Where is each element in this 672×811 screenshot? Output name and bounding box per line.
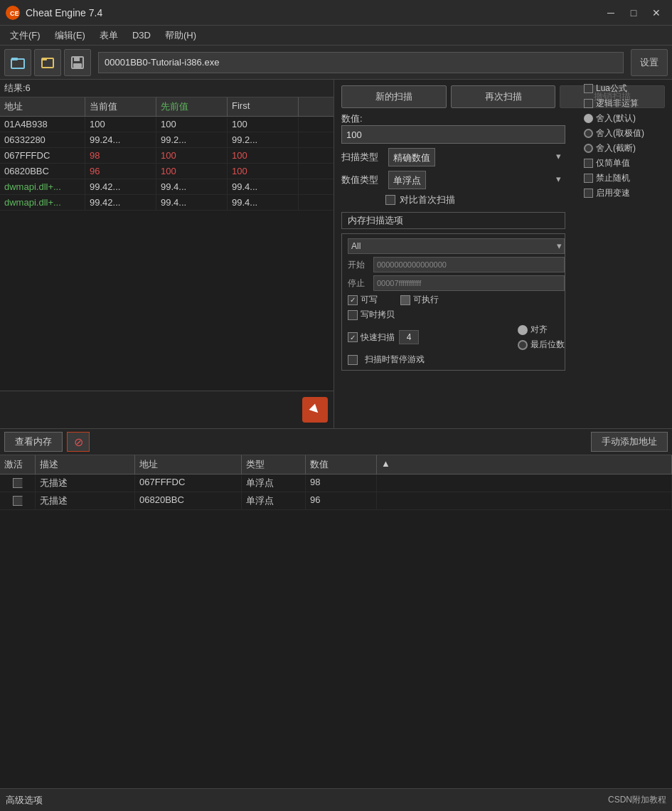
no-random-row: 禁止随机 bbox=[584, 172, 668, 184]
last-digit-row: 最后位数 bbox=[518, 339, 565, 351]
align-radio-row: 对齐 bbox=[518, 324, 565, 336]
active-checkbox-1[interactable] bbox=[13, 478, 23, 488]
app-title: Cheat Engine 7.4 bbox=[26, 7, 601, 18]
addr-table-row[interactable]: 无描述 067FFFDC 单浮点 98 bbox=[0, 475, 672, 492]
fast-scan-input[interactable] bbox=[399, 330, 419, 344]
csdn-link: CSDN附加教程 bbox=[608, 794, 666, 806]
main-area: 结果:6 地址 当前值 先前值 First 01A4B938 100 100 1… bbox=[0, 80, 672, 428]
last-digit-label: 最后位数 bbox=[530, 339, 565, 351]
col-active: 激活 bbox=[0, 455, 36, 474]
fast-scan-checkbox[interactable] bbox=[348, 332, 358, 342]
addr-table-row[interactable]: 无描述 06820BBC 单浮点 96 bbox=[0, 492, 672, 510]
last-digit-radio[interactable] bbox=[518, 340, 528, 350]
scan-type-label: 扫描类型 bbox=[341, 151, 384, 164]
add-address-button[interactable]: 手动添加地址 bbox=[591, 432, 668, 452]
value-input[interactable] bbox=[341, 125, 565, 144]
process-bar[interactable]: 00001BB0-Tutorial-i386.exe bbox=[98, 52, 624, 73]
memory-section: All ▾ 开始 停止 bbox=[341, 233, 565, 371]
compare-first-label: 对比首次扫描 bbox=[400, 194, 455, 206]
result-count: 结果:6 bbox=[0, 80, 334, 97]
copy-on-write-label: 写时拷贝 bbox=[361, 309, 395, 321]
svg-rect-3 bbox=[11, 58, 18, 60]
fast-scan-row: 快速扫描 对齐 最后位数 bbox=[348, 324, 565, 351]
save-button[interactable] bbox=[64, 49, 91, 76]
menu-table[interactable]: 表单 bbox=[92, 27, 125, 44]
addr-table: 激活 描述 地址 类型 数值 ▲ 无描述 067FFFDC 单浮点 98 无描述 bbox=[0, 455, 672, 788]
right-panel: 新的扫描 再次扫描 撤销扫描 数值: 扫描类型 精确数值 数值类型 bbox=[334, 80, 672, 428]
writable-row: 可写 bbox=[348, 294, 378, 306]
pause-row: 扫描时暂停游戏 bbox=[348, 354, 565, 366]
not-logic-checkbox[interactable] bbox=[584, 99, 593, 108]
memory-range-wrap: All ▾ bbox=[348, 238, 565, 254]
active-checkbox-2[interactable] bbox=[13, 496, 23, 506]
svg-rect-8 bbox=[73, 63, 82, 68]
value-type-dropdown[interactable]: 单浮点 bbox=[388, 171, 426, 189]
lua-label: Lua公式 bbox=[596, 83, 627, 95]
scan-table: 地址 当前值 先前值 First 01A4B938 100 100 100 bbox=[0, 97, 334, 391]
round-truncate-label: 舍入(截断) bbox=[596, 142, 636, 154]
new-scan-button[interactable]: 新的扫描 bbox=[341, 85, 447, 108]
settings-button[interactable]: 设置 bbox=[631, 49, 668, 76]
copy-on-write-checkbox[interactable] bbox=[348, 310, 358, 320]
scan-type-dropdown[interactable]: 精确数值 bbox=[388, 148, 435, 166]
align-options: 对齐 最后位数 bbox=[518, 324, 565, 351]
minimize-button[interactable]: ─ bbox=[601, 4, 621, 21]
mem-flags-row: 可写 可执行 bbox=[348, 294, 565, 306]
simple-only-row: 仅简单值 bbox=[584, 157, 668, 169]
table-row[interactable]: 067FFFDC 98 100 100 bbox=[0, 148, 334, 164]
open-file-button[interactable] bbox=[34, 49, 61, 76]
svg-text:CE: CE bbox=[10, 10, 18, 17]
round-extreme-radio[interactable] bbox=[584, 129, 593, 138]
menu-d3d[interactable]: D3D bbox=[125, 28, 158, 43]
stop-row: 停止 bbox=[348, 275, 565, 291]
pause-checkbox[interactable] bbox=[348, 355, 358, 365]
table-row[interactable]: 01A4B938 100 100 100 bbox=[0, 117, 334, 132]
svg-rect-5 bbox=[42, 58, 47, 60]
menu-edit[interactable]: 编辑(E) bbox=[48, 27, 92, 44]
stop-input[interactable] bbox=[373, 275, 565, 291]
open-process-button[interactable] bbox=[4, 49, 31, 76]
table-row[interactable]: 06820BBC 96 100 100 bbox=[0, 164, 334, 179]
col-value: 数值 bbox=[306, 455, 377, 474]
writable-checkbox[interactable] bbox=[348, 295, 358, 305]
simple-only-checkbox[interactable] bbox=[584, 159, 593, 168]
col-scroll: ▲ bbox=[377, 455, 672, 474]
start-input[interactable] bbox=[373, 257, 565, 272]
executable-checkbox[interactable] bbox=[400, 295, 410, 305]
value-label: 数值: bbox=[341, 112, 565, 125]
enable-var-checkbox[interactable] bbox=[584, 189, 593, 198]
round-default-label: 舍入(默认) bbox=[596, 112, 636, 124]
delete-button[interactable]: ⊘ bbox=[67, 432, 90, 452]
close-button[interactable]: ✕ bbox=[646, 4, 666, 21]
align-label: 对齐 bbox=[530, 324, 548, 336]
align-radio[interactable] bbox=[518, 325, 528, 335]
menu-help[interactable]: 帮助(H) bbox=[158, 27, 203, 44]
scan-table-header: 地址 当前值 先前值 First bbox=[0, 97, 334, 117]
menu-file[interactable]: 文件(F) bbox=[3, 27, 48, 44]
maximize-button[interactable]: □ bbox=[624, 4, 644, 21]
lua-checkbox[interactable] bbox=[584, 84, 593, 93]
window-controls: ─ □ ✕ bbox=[601, 4, 666, 21]
left-bottom bbox=[0, 391, 334, 428]
advanced-options[interactable]: 高级选项 bbox=[6, 794, 43, 807]
table-row[interactable]: dwmapi.dll+... 99.42... 99.4... 99.4... bbox=[0, 179, 334, 195]
memory-range-dropdown[interactable]: All bbox=[348, 238, 565, 254]
scan-table-body: 01A4B938 100 100 100 06332280 99.24... 9… bbox=[0, 117, 334, 211]
table-row[interactable]: dwmapi.dll+... 99.42... 99.4... 99.4... bbox=[0, 195, 334, 211]
view-memory-button[interactable]: 查看内存 bbox=[4, 432, 63, 452]
executable-row: 可执行 bbox=[400, 294, 439, 306]
no-random-checkbox[interactable] bbox=[584, 174, 593, 183]
writable-label: 可写 bbox=[361, 294, 378, 306]
round-truncate-radio[interactable] bbox=[584, 144, 593, 153]
col-address: 地址 bbox=[0, 97, 85, 116]
add-to-list-button[interactable] bbox=[302, 397, 328, 423]
round-default-radio[interactable] bbox=[584, 114, 593, 123]
round-default-row: 舍入(默认) bbox=[584, 112, 668, 124]
rescan-button[interactable]: 再次扫描 bbox=[451, 85, 556, 108]
enable-var-row: 启用变速 bbox=[584, 187, 668, 199]
table-row[interactable]: 06332280 99.24... 99.2... 99.2... bbox=[0, 132, 334, 148]
round-extreme-row: 舍入(取极值) bbox=[584, 127, 668, 139]
memory-range-row: All ▾ bbox=[348, 238, 565, 254]
value-type-dropdown-wrap: 单浮点 bbox=[388, 171, 565, 189]
compare-first-checkbox[interactable] bbox=[385, 195, 395, 205]
